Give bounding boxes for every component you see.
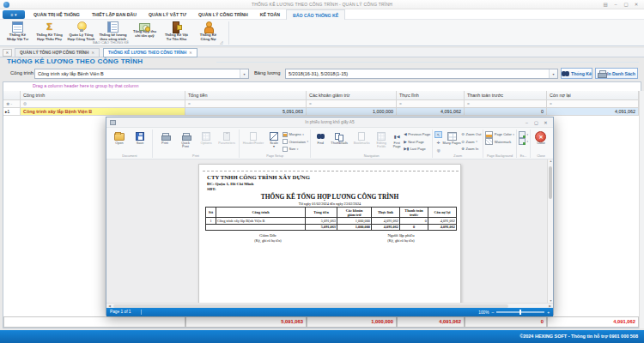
zoom-button[interactable]: ⊙ Zoom ▾ (461, 139, 481, 145)
scrollbar-thumb[interactable] (549, 166, 552, 199)
group-dialog-launcher-icon[interactable]: ◿ (220, 40, 222, 45)
dialog-titlebar[interactable]: In phiếu lương khổ giấy A5 – ▢ ✕ (106, 117, 553, 128)
column-header-con-no-lai[interactable]: Còn nợ lại (547, 91, 639, 100)
zoom-slider-thumb[interactable] (519, 310, 521, 315)
ribbon-button-thong-ke-nhap-vat-tu[interactable]: Thống Kê Nhập Vật Tư (2, 21, 33, 42)
hand-pan-tool[interactable]: ✛ (434, 139, 442, 146)
chevron-down-icon[interactable]: ▾ (549, 69, 557, 78)
send-email-button[interactable]: ▾ (519, 139, 528, 145)
doc-tab-quan-ly-tong-hop-cong-trinh[interactable]: QUẢN LÝ TỔNG HỢP CÔNG TRÌNH✕ (15, 48, 100, 57)
options-button[interactable]: Options (196, 129, 216, 145)
magnifier-tool[interactable]: ◎ (434, 147, 442, 153)
orientation-icon (283, 139, 288, 144)
next-page-button[interactable]: ▶ Next Page (404, 139, 430, 145)
save-button[interactable]: Save (130, 129, 150, 145)
watermark-button[interactable]: Watermark (485, 139, 514, 145)
close-preview-button[interactable]: ✕ Close (532, 129, 550, 145)
editing-fields-button[interactable]: Editing Fields (373, 129, 390, 149)
cell-tong-tien[interactable]: 5,091,063 (185, 108, 307, 116)
column-header-giam-tru[interactable]: Các khoản giảm trừ (307, 91, 397, 100)
filter-cell-thuc-linh[interactable]: = (397, 100, 465, 108)
tabstrip-close-icon[interactable]: ✕ (3, 49, 12, 57)
preview-surface[interactable]: CTY TNHH CÔNG TRÌNH XÂY DỰNG ĐC: Quận 1,… (106, 159, 553, 303)
ribbon-button-thong-ke-cong-no[interactable]: Thống Kê Công Nợ (192, 21, 224, 42)
ribbon-tab-quan-ly-vat-tu[interactable]: QUẢN LÝ VẬT TƯ (143, 9, 192, 20)
export-to-button[interactable]: ▾ (519, 131, 528, 137)
column-header-cong-trinh[interactable]: Công trình (21, 91, 185, 100)
ribbon-tab-bao-cao-thong-ke[interactable]: BÁO CÁO THỐNG KÊ (286, 9, 345, 20)
ribbon-button-quan-ly-tong-hop-cong-trinh[interactable]: Quản Lý Tổng Hợp Công Trình (65, 21, 97, 42)
zoom-slider[interactable] (496, 311, 544, 313)
filter-cell-tong-tien[interactable]: = (185, 100, 307, 108)
ribbon-button-thong-ke-vat-tu-ton-kho[interactable]: Thống Kê Vật Tư Tồn Kho (161, 21, 192, 42)
in-danh-sach-button[interactable]: In Danh Sách (595, 68, 638, 79)
many-pages-button[interactable]: Many Pages (442, 129, 461, 145)
summary-thuc-linh: 4,091,062 (397, 316, 465, 328)
ribbon-button-tong-hop-thu-chi-ton-quy[interactable]: Tổng hợp thu chi tồn quỹ (129, 21, 161, 42)
find-button[interactable]: Find (313, 129, 328, 145)
column-header-thuc-linh[interactable]: Thực lĩnh (397, 91, 465, 100)
tab-close-icon[interactable]: ✕ (189, 51, 192, 55)
ribbon-tab-quan-tri-he-thong[interactable]: QUẢN TRỊ HỆ THỐNG (27, 9, 86, 20)
column-header-thanh-toan-truoc[interactable]: Thanh toán trước (465, 91, 547, 100)
cong-trinh-combobox[interactable]: Công trình xây lắp Bệnh Viện B ▾ (34, 69, 249, 79)
zoom-minus-icon[interactable]: – (492, 310, 495, 315)
scale-button[interactable]: Scale ▾ (265, 129, 283, 149)
mouse-pointer-tool[interactable]: ↖ (434, 131, 442, 138)
filter-cell-cong-trinh[interactable]: ⚙ (21, 100, 185, 108)
filter-cell-con-no-lai[interactable]: = (547, 100, 639, 108)
equals-icon: = (550, 102, 552, 106)
print-button[interactable]: Print (155, 129, 175, 145)
report-subtitle: Từ ngày 01/02/2024 đến ngày 23/02/2024 (199, 202, 460, 206)
ribbon-button-thong-ke-tong-hop-thau-phu[interactable]: Σ Thống Kê Tổng Hợp Thầu Phụ (33, 21, 65, 42)
first-page-button[interactable]: ▮◀ First Page (390, 129, 404, 149)
cell-con-no-lai[interactable]: 4,091,062 (547, 108, 639, 116)
page-title: THỐNG KÊ LƯƠNG THEO CÔNG TRÌNH (7, 57, 143, 65)
cell-giam-tru[interactable]: 1,000,000 (307, 108, 397, 116)
bang-luong-combobox[interactable]: 5/2018(16-31), 5/2018(1-15) ▾ (285, 69, 558, 79)
ribbon-tab-ke-toan[interactable]: KẾ TOÁN (254, 9, 286, 20)
grid-data-row[interactable]: ▸1 Công trình xây lắp Bệnh Viện B 5,091,… (0, 108, 644, 116)
tab-close-icon[interactable]: ✕ (92, 51, 95, 55)
thong-ke-button[interactable]: Thống Kê (561, 68, 592, 79)
header-footer-icon (250, 132, 257, 141)
ribbon-tab-quan-ly-cong-trinh[interactable]: QUẢN LÝ CÔNG TRÌNH (192, 9, 254, 20)
dialog-close-icon[interactable]: ✕ (541, 117, 550, 128)
app-menu-button[interactable]: ≡ ▾ (3, 10, 25, 19)
scroll-up-icon[interactable]: ▲ (548, 159, 553, 163)
thumbnails-button[interactable]: Thumbnails (328, 129, 350, 145)
toolbar-group-page-setup: Header/Footer Scale ▾ Margins ▾ Orientat… (240, 129, 310, 159)
parameters-button[interactable]: Parameters (216, 129, 237, 145)
cell-thanh-toan-truoc[interactable]: 0 (465, 108, 547, 116)
zoom-in-button[interactable]: ⊕ Zoom In (461, 146, 481, 152)
bookmarks-button[interactable]: Bookmarks (350, 129, 373, 145)
dialog-maximize-icon[interactable]: ▢ (532, 117, 541, 128)
window-style-icon[interactable]: ▤ (600, 0, 611, 9)
maximize-icon[interactable]: ▢ (621, 0, 631, 9)
ribbon-tab-thiet-lap-ban-dau[interactable]: THIẾT LẬP BAN ĐẦU (86, 9, 143, 20)
close-icon[interactable]: ✕ (631, 0, 641, 9)
previous-page-button[interactable]: ◀ Previous Page (404, 131, 430, 137)
doc-tab-thong-ke-luong-theo-cong-trinh[interactable]: THỐNG KÊ LƯƠNG THEO CÔNG TRÌNH✕ (103, 48, 197, 57)
page-color-button[interactable]: Page Color ▾ (485, 131, 514, 137)
open-button[interactable]: Open (109, 129, 130, 145)
orientation-button[interactable]: Orientation ▾ (283, 139, 308, 145)
grid-vertical-scrollbar[interactable] (639, 91, 644, 328)
cell-thuc-linh[interactable]: 4,091,062 (397, 108, 465, 116)
margins-button[interactable]: Margins ▾ (283, 131, 308, 137)
minimize-icon[interactable]: – (611, 0, 621, 9)
last-page-button[interactable]: ▶▮ Last Page (404, 146, 430, 152)
filter-cell-giam-tru[interactable]: = (307, 100, 397, 108)
header-footer-button[interactable]: Header/Footer (241, 129, 265, 145)
cell-cong-trinh[interactable]: Công trình xây lắp Bệnh Viện B (21, 108, 185, 116)
chevron-down-icon[interactable]: ▾ (240, 69, 248, 78)
ribbon-button-thong-ke-luong-theo-cong-trinh[interactable]: Thống kê lương theo công trình (97, 21, 129, 42)
size-button[interactable]: Size ▾ (283, 146, 308, 152)
quick-print-button[interactable]: Quick Print (175, 129, 196, 149)
zoom-plus-icon[interactable]: + (547, 310, 550, 315)
column-header-tong-tien[interactable]: Tổng tiền (185, 91, 307, 100)
preview-vertical-scrollbar[interactable]: ▲ ▼ (547, 159, 553, 303)
dialog-minimize-icon[interactable]: – (522, 117, 532, 128)
filter-cell-thanh-toan-truoc[interactable]: = (465, 100, 547, 108)
zoom-out-button[interactable]: ⊖ Zoom Out (461, 131, 481, 137)
